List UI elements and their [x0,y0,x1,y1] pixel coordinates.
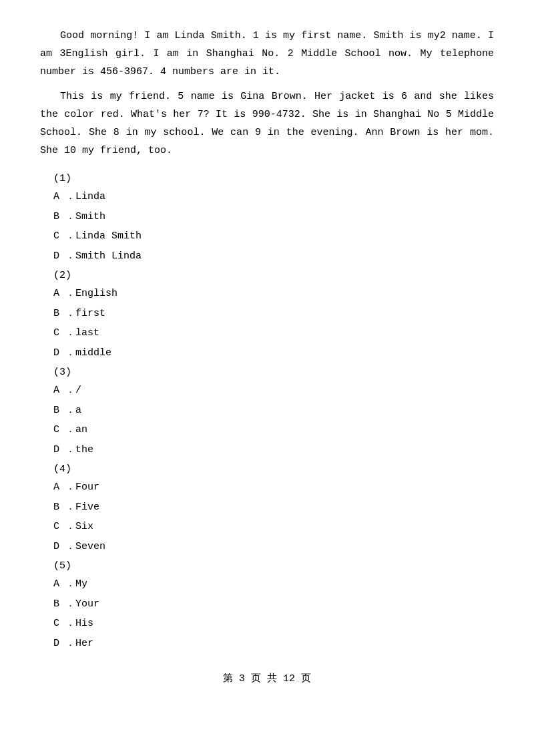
question-4-option-c[interactable]: C ．Six [53,518,494,536]
question-3-option-d[interactable]: D ．the [53,441,494,459]
question-group-1: (1)A ．LindaB ．SmithC ．Linda SmithD ．Smit… [40,173,494,264]
question-2-option-d[interactable]: D ．middle [53,345,494,362]
questions-container: (1)A ．LindaB ．SmithC ．Linda SmithD ．Smit… [40,173,494,652]
question-3-option-c[interactable]: C ．an [53,421,494,439]
question-number-4: (4) [53,463,494,475]
question-4-option-d[interactable]: D ．Seven [53,538,494,556]
question-2-option-c[interactable]: C ．last [53,325,494,342]
question-5-option-c[interactable]: C ．His [53,615,494,632]
passage-paragraph2: This is my friend. 5 name is Gina Brown.… [40,87,494,160]
page-footer: 第 3 页 共 12 页 [40,672,494,685]
question-2-option-b[interactable]: B ．first [53,305,494,323]
passage-paragraph1: Good morning! I am Linda Smith. 1 is my … [40,27,494,81]
question-2-option-a[interactable]: A ．English [53,285,494,303]
question-5-option-a[interactable]: A ．My [53,576,494,593]
question-5-option-b[interactable]: B ．Your [53,596,494,613]
passage: Good morning! I am Linda Smith. 1 is my … [40,27,494,160]
question-3-option-a[interactable]: A ．/ [53,382,494,399]
question-1-option-b[interactable]: B ．Smith [53,208,494,226]
page-footer-text: 第 3 页 共 12 页 [223,673,311,685]
question-5-option-d[interactable]: D ．Her [53,635,494,652]
question-3-option-b[interactable]: B ．a [53,402,494,419]
question-1-option-d[interactable]: D ．Smith Linda [53,248,494,265]
question-group-5: (5)A ．MyB ．YourC ．HisD ．Her [40,560,494,652]
question-number-1: (1) [53,173,494,184]
question-1-option-c[interactable]: C ．Linda Smith [53,228,494,245]
question-4-option-b[interactable]: B ．Five [53,499,494,516]
question-4-option-a[interactable]: A ．Four [53,479,494,496]
question-number-3: (3) [53,367,494,378]
question-1-option-a[interactable]: A ．Linda [53,188,494,206]
question-number-2: (2) [53,270,494,281]
question-group-2: (2)A ．EnglishB ．firstC ．lastD ．middle [40,270,494,361]
question-number-5: (5) [53,560,494,572]
question-group-3: (3)A ．/B ．aC ．anD ．the [40,367,494,458]
question-group-4: (4)A ．FourB ．FiveC ．SixD ．Seven [40,463,494,555]
